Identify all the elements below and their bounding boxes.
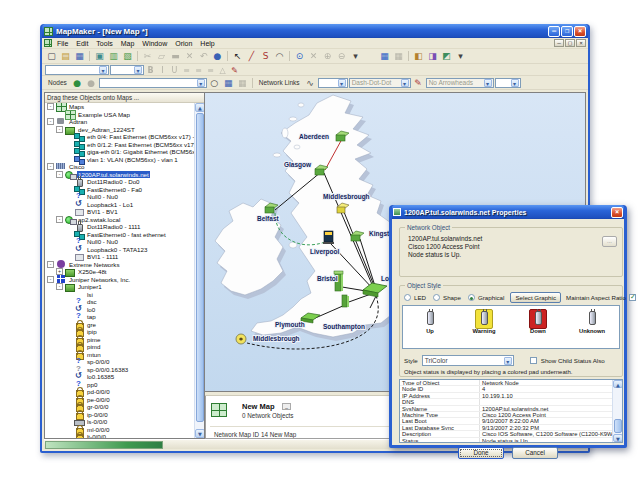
node-down-icon[interactable]: ● (85, 77, 98, 89)
link-icon[interactable]: ∿ (304, 77, 317, 89)
arrange-icon[interactable]: ▾ (454, 50, 467, 62)
copy-icon[interactable]: ▱ (155, 50, 168, 62)
node-up-icon[interactable]: ● (71, 77, 84, 89)
tree-item[interactable]: Loopback0 - TATA123 (45, 246, 194, 254)
tree-expand-toggle[interactable]: - (56, 126, 63, 133)
tree-item[interactable]: pimd (45, 343, 194, 351)
link-select-combo[interactable]: ▾ (318, 78, 348, 88)
zoom-cancel-icon[interactable]: ✕ (307, 50, 320, 62)
menu-edit[interactable]: Edit (72, 40, 92, 47)
tree-expand-toggle[interactable]: - (47, 276, 54, 283)
graphic-option-warning[interactable]: Warning (464, 309, 504, 334)
graphic-option-down[interactable]: Down (518, 309, 558, 334)
underline-icon[interactable]: U (169, 65, 180, 75)
save-map-icon[interactable]: ▦ (73, 50, 86, 62)
tree-expand-toggle[interactable]: - (47, 261, 54, 268)
scroll-down-icon[interactable]: ▼ (613, 434, 623, 442)
select-graphic-button[interactable]: Select Graphic (510, 292, 561, 303)
bold-icon[interactable]: B (145, 65, 156, 75)
chevron-down-icon[interactable]: ▾ (511, 79, 519, 87)
node-style-icon[interactable]: ● (211, 50, 224, 62)
menu-help[interactable]: Help (196, 40, 218, 47)
chevron-down-icon[interactable]: ▾ (134, 66, 142, 74)
align-center-icon[interactable]: ≡ (193, 65, 204, 75)
line-style-combo[interactable]: Dash-Dot-Dot▾ (349, 78, 411, 88)
tree-item[interactable]: sp-0/0/0 (45, 358, 194, 366)
chevron-down-icon[interactable]: ▾ (504, 357, 512, 365)
tree-item[interactable]: tap (45, 313, 194, 321)
tree-item[interactable]: -ap2.swtak.local (45, 216, 194, 224)
tree-item[interactable]: mtun (45, 351, 194, 359)
line-color-icon[interactable]: ✎ (229, 65, 240, 75)
led-radio[interactable] (404, 294, 411, 301)
tree-item[interactable]: pp0 (45, 381, 194, 389)
graphic-option-unknown[interactable]: Unknown (572, 309, 612, 334)
tree-item[interactable]: +X250e-48t (45, 268, 194, 276)
draw-curve-tool-icon[interactable]: S (259, 50, 272, 62)
draw-lasso-tool-icon[interactable]: ◠ (273, 50, 286, 62)
tree-item[interactable]: ipip (45, 328, 194, 336)
export-map-icon[interactable]: ▥ (107, 50, 120, 62)
tree-expand-toggle[interactable]: - (47, 163, 54, 170)
tree-item[interactable]: giga-eth 0/1: Gigabit Ethernet (BCM56xx … (45, 148, 194, 156)
node-grid2-icon[interactable]: ▦ (236, 77, 249, 89)
export-image-icon[interactable]: ▧ (121, 50, 134, 62)
cut-icon[interactable]: ✂ (141, 50, 154, 62)
tree-item[interactable]: gr-0/0/0 (45, 403, 194, 411)
tree-item[interactable]: Loopback1 - Lo1 (45, 201, 194, 209)
tree-item[interactable]: Dot11Radio0 - Do0 (45, 178, 194, 186)
chevron-down-icon[interactable]: ▾ (338, 79, 346, 87)
scroll-down-icon[interactable]: ▼ (195, 429, 205, 438)
zoom-in-icon[interactable]: ⊕ (321, 50, 334, 62)
tree-scrollbar[interactable]: ▲ ▼ (194, 103, 204, 438)
mdi-restore-button[interactable]: □ (565, 39, 575, 47)
group-objects-icon[interactable]: ◩ (440, 50, 453, 62)
scroll-up-icon[interactable]: ▲ (195, 103, 205, 112)
align-right-icon[interactable]: ≡ (205, 65, 216, 75)
chevron-down-icon[interactable]: ▾ (484, 79, 492, 87)
zoom-out-icon[interactable]: ⊖ (335, 50, 348, 62)
tree-item[interactable]: Null0 - Nu0 (45, 193, 194, 201)
cancel-button[interactable]: Cancel (512, 447, 558, 459)
liverpool-node[interactable] (323, 231, 334, 244)
map-rename-affordance[interactable]: … (282, 403, 291, 410)
shape-radio[interactable] (433, 294, 440, 301)
tree-item[interactable]: vlan 1: VLAN (BCM56xx) - vlan 1 (45, 156, 194, 164)
tree-item[interactable]: dsc (45, 298, 194, 306)
tree-item[interactable]: ls-0/0/0 (45, 418, 194, 426)
order-objects-icon[interactable]: ◨ (426, 50, 439, 62)
done-button[interactable]: Done (458, 447, 504, 459)
tree-expand-toggle[interactable]: - (47, 103, 54, 110)
scrollbar-thumb[interactable] (196, 113, 204, 422)
menu-tools[interactable]: Tools (92, 40, 116, 47)
tree-item[interactable]: FastEthernet0 - fast ethernet (45, 231, 194, 239)
grid-show-icon[interactable]: ▦ (378, 50, 391, 62)
arrow-style-combo[interactable]: No Arrowheads▾ (426, 78, 494, 88)
select-tool-icon[interactable]: ↖ (231, 50, 244, 62)
dialog-title-bar[interactable]: 1200AP.tul.solarwinds.net Properties × (392, 205, 624, 219)
tree-item[interactable]: pime (45, 336, 194, 344)
zoom-tool-icon[interactable]: ⊙ (293, 50, 306, 62)
browse-node-button[interactable]: ... (602, 236, 617, 247)
node-grid-icon[interactable]: ▦ (222, 77, 235, 89)
delete-icon[interactable]: ✕ (183, 50, 196, 62)
font-size-combo[interactable]: ▾ (110, 65, 144, 75)
menu-map[interactable]: Map (117, 40, 139, 47)
maintain-aspect-checkbox[interactable] (629, 294, 636, 301)
tree-item[interactable]: -1200AP.tul.solarwinds.net (45, 171, 194, 179)
tree-item[interactable]: lo0.16385 (45, 373, 194, 381)
scroll-up-icon[interactable]: ▲ (613, 380, 623, 388)
node-select-combo[interactable]: ▾ (99, 78, 207, 88)
map-list-item[interactable]: New Map (242, 402, 275, 411)
mdi-minimize-button[interactable]: – (554, 39, 564, 47)
tree-item[interactable]: FastEthernet0 - Fa0 (45, 186, 194, 194)
tree-expand-toggle[interactable]: - (56, 283, 63, 290)
tree-item[interactable]: gre (45, 321, 194, 329)
unplaced-node[interactable] (236, 334, 246, 344)
undo-icon[interactable]: ↶ (197, 50, 210, 62)
menu-file[interactable]: File (53, 40, 72, 47)
tree-item[interactable]: ip-0/0/0 (45, 411, 194, 419)
close-button[interactable]: × (574, 26, 586, 37)
zoom-icon[interactable]: ▾ (349, 50, 362, 62)
title-bar[interactable]: MapMaker - [New Map *] – ❐ × (42, 24, 588, 38)
